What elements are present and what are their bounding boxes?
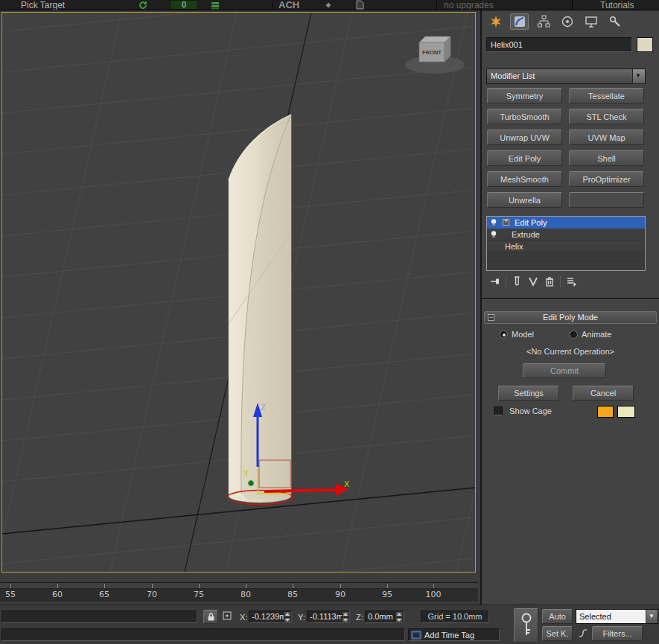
modifier-button-symmetry[interactable]: Symmetry [487, 88, 562, 103]
object-color-swatch[interactable] [637, 37, 653, 52]
ach-label: ACH [278, 0, 299, 10]
viewport-front[interactable]: Z Y X FRONT [1, 12, 476, 573]
show-end-result-icon[interactable] [511, 275, 523, 287]
z-coordinate-spinner[interactable]: 0.0mm [365, 610, 404, 623]
track-bar-ruler[interactable]: 55 60 65 70 75 80 85 90 95 100 [0, 582, 478, 602]
x-coordinate-value[interactable]: -0.1239mm [249, 611, 284, 622]
create-icon [489, 15, 503, 28]
modifier-button-stl-check[interactable]: STL Check [569, 109, 644, 124]
page-icon[interactable] [356, 0, 364, 10]
diamond-icon[interactable] [325, 1, 332, 10]
radio-icon[interactable] [500, 331, 508, 339]
tab-utilities[interactable] [605, 13, 624, 30]
key-filters-button[interactable]: Filters... [592, 626, 643, 641]
show-cage-checkbox[interactable] [494, 407, 503, 415]
rollout-edit-poly-mode[interactable]: Edit Poly Mode [484, 311, 657, 324]
radio-icon[interactable] [570, 331, 578, 339]
absolute-mode-toggle[interactable] [222, 610, 232, 622]
modifier-button-prooptimizer[interactable]: ProOptimizer [569, 171, 644, 187]
stack-item-helix[interactable]: Helix [487, 240, 645, 252]
tab-create[interactable] [486, 13, 505, 30]
modifier-button-shell[interactable]: Shell [569, 150, 644, 166]
settings-button[interactable]: Settings [498, 386, 559, 401]
stack-item-extrude[interactable]: Extrude [487, 229, 645, 240]
z-axis-label: Z [261, 403, 266, 412]
show-cage-row: Show Cage [494, 406, 552, 418]
set-key-button[interactable]: Set K. [542, 626, 573, 641]
set-keys-button[interactable] [514, 608, 538, 643]
y-coordinate-value[interactable]: -0.1113mm [308, 611, 342, 622]
viewport-canvas[interactable]: Z Y X FRONT [2, 13, 475, 572]
refresh-icon[interactable] [139, 1, 147, 10]
no-upgrades-label: no upgrades [444, 0, 494, 10]
y-coordinate-spinner[interactable]: -0.1113mm [307, 610, 350, 623]
toolbar-separator [436, 0, 437, 10]
visibility-bulb-icon[interactable] [489, 218, 498, 227]
modifier-button-turbosmooth[interactable]: TurboSmooth [487, 109, 562, 124]
cage-color-swatch-1[interactable] [597, 406, 614, 418]
key-selection-dropdown[interactable]: Selected [576, 609, 658, 624]
cancel-button[interactable]: Cancel [573, 386, 634, 401]
counter-field: 0 [170, 0, 198, 10]
x-axis-label: X [344, 479, 350, 488]
add-time-tag-label: Add Time Tag [424, 631, 474, 640]
ruler-tick: 100 [421, 590, 446, 599]
z-coordinate-value[interactable]: 0.0mm [366, 611, 395, 622]
pivot-point [249, 481, 254, 486]
remove-modifier-icon[interactable] [544, 275, 555, 287]
ruler-tick: 75 [186, 590, 211, 599]
modifier-list-dropdown[interactable]: Modifier List [486, 68, 646, 84]
tutorials-menu[interactable]: Tutorials [600, 0, 634, 10]
database-icon[interactable] [211, 1, 220, 10]
tangent-flyout[interactable] [578, 628, 588, 640]
expand-icon[interactable] [503, 219, 509, 226]
add-time-tag[interactable]: Add Time Tag [408, 628, 500, 641]
modifier-button-meshsmooth[interactable]: MeshSmooth [487, 171, 562, 187]
modifier-button-unwrella[interactable]: Unwrella [487, 192, 562, 208]
hierarchy-icon [537, 15, 550, 28]
viewcube-front-label[interactable]: FRONT [422, 49, 442, 56]
visibility-bulb-icon[interactable] [489, 230, 498, 239]
spinner-arrows[interactable] [342, 611, 349, 622]
modifier-button-edit-poly[interactable]: Edit Poly [487, 150, 562, 166]
x-coordinate-spinner[interactable]: -0.1239mm [249, 610, 292, 623]
selection-lock-toggle[interactable] [203, 610, 218, 624]
viewcube[interactable]: FRONT [405, 36, 465, 74]
object-name-field[interactable]: Helix001 [486, 37, 632, 52]
chevron-down-icon[interactable] [646, 610, 658, 623]
chevron-down-icon[interactable] [632, 69, 645, 83]
auto-key-button[interactable]: Auto [542, 609, 573, 624]
ruler-tick: 95 [375, 590, 400, 599]
spinner-arrows[interactable] [395, 611, 403, 622]
ruler-tick: 80 [233, 590, 258, 599]
commit-button[interactable]: Commit [523, 363, 606, 378]
panel-divider [482, 298, 659, 300]
spinner-arrows[interactable] [284, 611, 291, 622]
collapse-icon[interactable] [488, 314, 494, 321]
cage-color-swatch-2[interactable] [617, 406, 635, 418]
tangent-icon [578, 628, 588, 639]
pick-target-button[interactable]: Pick Target [21, 0, 65, 10]
toolbar-separator [572, 0, 573, 10]
ruler-tick: 60 [45, 590, 70, 599]
make-unique-icon[interactable] [527, 275, 539, 287]
tab-hierarchy[interactable] [534, 13, 553, 30]
time-tag-icon [411, 631, 421, 640]
modifier-button-empty[interactable] [569, 192, 644, 208]
modifier-stack: Edit Poly Extrude Helix [486, 216, 646, 271]
stack-item-edit-poly[interactable]: Edit Poly [487, 217, 645, 229]
helix-object[interactable] [227, 115, 293, 505]
configure-modifier-sets-icon[interactable] [565, 275, 577, 287]
radio-animate[interactable]: Animate [570, 330, 611, 339]
ruler-tick: 90 [328, 590, 353, 599]
modifier-button-uvw-map[interactable]: UVW Map [569, 130, 644, 145]
ruler-tick: 70 [139, 590, 165, 599]
toolbar-separator [273, 0, 273, 10]
pin-stack-icon[interactable] [489, 275, 501, 287]
modifier-button-unwrap-uvw[interactable]: Unwrap UVW [487, 130, 562, 145]
radio-model[interactable]: Model [500, 330, 534, 339]
tab-motion[interactable] [558, 13, 576, 30]
tab-modify[interactable] [510, 13, 529, 30]
tab-display[interactable] [582, 13, 600, 30]
modifier-button-tessellate[interactable]: Tessellate [569, 88, 644, 103]
